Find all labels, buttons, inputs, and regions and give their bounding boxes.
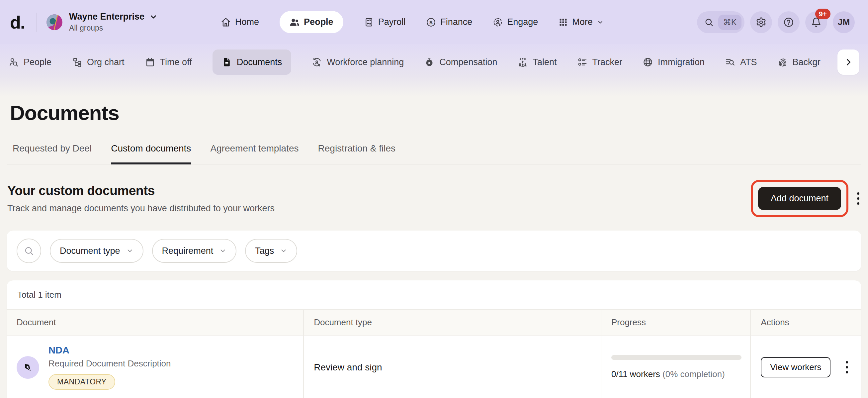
progress-note: (0% completion) — [662, 369, 725, 379]
notifications-button[interactable]: 9+ — [805, 11, 827, 33]
add-document-button[interactable]: Add document — [758, 187, 841, 210]
filter-tags[interactable]: Tags — [245, 239, 297, 263]
filter-requirement[interactable]: Requirement — [152, 239, 237, 263]
engage-icon — [493, 17, 503, 27]
chevron-right-icon — [844, 58, 853, 67]
finance-icon: $ — [426, 17, 436, 27]
annotation-highlight: Add document — [751, 180, 848, 217]
home-icon — [221, 17, 231, 27]
org-name: Wayne Enterprise — [69, 12, 145, 22]
view-workers-button[interactable]: View workers — [761, 357, 831, 377]
section-subtitle: Track and manage documents you have dist… — [7, 203, 275, 214]
people-search-icon — [9, 57, 19, 67]
subnav-item-time-off[interactable]: Time off — [145, 50, 192, 75]
subnav-item-people[interactable]: People — [9, 50, 52, 75]
column-header-progress: Progress — [601, 310, 750, 335]
row-kebab-menu[interactable] — [844, 359, 850, 375]
org-avatar — [46, 14, 62, 30]
document-icon — [222, 57, 232, 67]
help-icon — [783, 17, 794, 28]
global-search[interactable]: ⌘K — [697, 11, 744, 33]
people-subnav: People Org chart Time off Documents Work… — [0, 44, 868, 96]
section-title: Your custom documents — [7, 183, 275, 198]
subnav-scroll-right-button[interactable] — [837, 50, 859, 75]
progress-text: 0/11 workers (0% completion) — [611, 369, 725, 379]
documents-table: Total 1 item Document Document type Prog… — [7, 280, 861, 398]
search-icon — [24, 246, 34, 256]
search-icon — [704, 18, 714, 27]
table-search-button[interactable] — [17, 239, 41, 263]
apps-grid-icon — [559, 18, 568, 27]
tab-registration-files[interactable]: Registration & files — [318, 143, 396, 164]
workforce-planning-icon — [312, 57, 322, 67]
document-name-link[interactable]: NDA — [49, 345, 171, 356]
progress-bar — [611, 355, 742, 360]
subnav-item-workforce-planning[interactable]: Workforce planning — [312, 50, 404, 75]
nav-item-engage[interactable]: Engage — [493, 17, 538, 27]
page-title: Documents — [10, 101, 861, 125]
pen-nib-icon — [23, 362, 33, 373]
chevron-down-icon — [126, 247, 133, 254]
chevron-down-icon — [280, 247, 287, 254]
ats-search-icon — [725, 57, 735, 67]
divider — [36, 12, 36, 32]
document-type-value: Review and sign — [303, 336, 601, 398]
document-description: Required Document Description — [49, 359, 171, 369]
talent-icon — [518, 57, 528, 67]
nav-item-more[interactable]: More — [559, 17, 604, 27]
subnav-item-org-chart[interactable]: Org chart — [72, 50, 125, 75]
deel-logo[interactable]: d. — [10, 12, 25, 33]
calendar-icon — [145, 57, 155, 67]
nav-item-home[interactable]: Home — [221, 17, 259, 27]
documents-tabs: Requested by Deel Custom documents Agree… — [7, 143, 861, 164]
chevron-down-icon — [597, 19, 604, 26]
subnav-item-background-checks[interactable]: Backgr — [778, 50, 820, 75]
document-avatar — [17, 356, 39, 379]
chevron-down-icon — [219, 247, 226, 254]
top-bar: d. Wayne Enterprise All groups — [0, 0, 868, 44]
people-icon — [289, 17, 300, 27]
gear-icon — [756, 17, 766, 28]
nav-item-finance[interactable]: $ Finance — [426, 17, 472, 27]
subnav-item-tracker[interactable]: Tracker — [578, 50, 623, 75]
user-avatar[interactable]: JM — [833, 11, 855, 33]
subnav-item-talent[interactable]: Talent — [518, 50, 557, 75]
tab-requested-by-deel[interactable]: Requested by Deel — [12, 143, 92, 164]
nav-item-people[interactable]: People — [280, 11, 343, 33]
column-header-document-type: Document type — [303, 310, 601, 335]
subnav-item-immigration[interactable]: Immigration — [643, 50, 705, 75]
svg-text:$: $ — [429, 19, 433, 25]
table-summary: Total 1 item — [7, 280, 861, 309]
org-subtitle: All groups — [69, 24, 158, 33]
money-bag-icon — [424, 57, 434, 67]
fingerprint-icon — [778, 57, 788, 67]
nav-item-payroll[interactable]: Payroll — [364, 17, 406, 27]
org-chart-icon — [72, 57, 82, 67]
column-header-document: Document — [7, 310, 303, 335]
payroll-icon — [364, 17, 374, 27]
org-switcher[interactable]: Wayne Enterprise All groups — [46, 12, 158, 33]
subnav-item-documents[interactable]: Documents — [213, 50, 291, 75]
notification-badge: 9+ — [815, 9, 831, 19]
topbar-actions: ⌘K 9+ JM — [697, 11, 855, 33]
settings-button[interactable] — [750, 11, 772, 33]
main-content: Documents Requested by Deel Custom docum… — [0, 101, 868, 398]
primary-nav: Home People Payroll $ Finance Engage Mor… — [221, 11, 604, 33]
table-header-row: Document Document type Progress Actions — [7, 309, 861, 336]
section-kebab-menu[interactable] — [855, 190, 861, 207]
tracker-icon — [578, 57, 587, 67]
tab-custom-documents[interactable]: Custom documents — [111, 143, 191, 164]
table-row: NDA Required Document Description MANDAT… — [7, 336, 861, 398]
section-header: Your custom documents Track and manage d… — [7, 180, 861, 217]
column-header-actions: Actions — [750, 310, 861, 335]
filter-document-type[interactable]: Document type — [50, 239, 144, 263]
search-shortcut: ⌘K — [718, 14, 742, 30]
help-button[interactable] — [778, 11, 800, 33]
tab-agreement-templates[interactable]: Agreement templates — [210, 143, 299, 164]
subnav-item-ats[interactable]: ATS — [725, 50, 757, 75]
chevron-down-icon — [149, 12, 158, 21]
filter-bar: Document type Requirement Tags — [7, 231, 861, 271]
subnav-item-compensation[interactable]: Compensation — [424, 50, 497, 75]
globe-icon — [643, 57, 653, 67]
mandatory-badge: MANDATORY — [49, 374, 115, 390]
